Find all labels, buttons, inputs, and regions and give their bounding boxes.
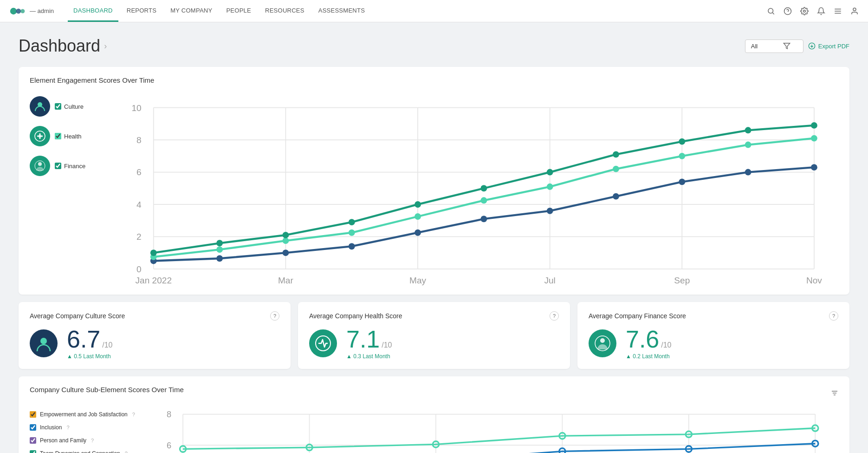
health-checkbox[interactable] (55, 133, 61, 139)
engagement-chart-card: Element Engagement Scores Over Time Cult… (19, 67, 849, 295)
svg-point-45 (216, 255, 223, 262)
svg-point-54 (811, 164, 817, 171)
health-icon (33, 130, 46, 143)
svg-point-57 (282, 237, 289, 244)
svg-text:Nov: Nov (806, 276, 822, 285)
svg-point-17 (38, 134, 42, 138)
svg-text:10: 10 (132, 103, 142, 113)
svg-point-46 (282, 249, 289, 256)
team-dynamics-info-icon[interactable]: ? (125, 451, 128, 453)
culture-score-title: Average Company Culture Score (30, 312, 125, 320)
finance-score-card: Average Company Finance Score ? 7.6 /10 (577, 302, 849, 369)
finance-score-icon (589, 329, 616, 357)
finance-checkbox[interactable] (55, 163, 61, 169)
notification-icon-btn[interactable] (817, 7, 825, 15)
nav-link-dashboard[interactable]: DASHBOARD (68, 0, 118, 22)
engagement-chart-container: Culture Health (30, 92, 838, 285)
svg-point-60 (480, 197, 487, 204)
svg-point-77 (40, 338, 47, 344)
svg-point-69 (349, 219, 355, 225)
finance-info-button[interactable]: ? (829, 311, 838, 321)
brand-logo (9, 6, 26, 16)
nav-icons (767, 7, 859, 15)
filter-select[interactable]: All Last 3 months Last 6 months Last yea… (745, 39, 803, 53)
culture-info-button[interactable]: ? (270, 311, 279, 321)
culture-icon (33, 100, 46, 113)
nav-link-people[interactable]: PEOPLE (220, 0, 257, 22)
nav-link-resources[interactable]: RESOURCES (259, 0, 310, 22)
inclusion-label: Inclusion (40, 424, 62, 431)
engagement-line-chart: 0 2 4 6 8 10 Jan 2022 Mar May Jul Sep No… (113, 92, 838, 285)
health-score-svg (314, 335, 332, 352)
team-dynamics-label: Team Dynamics and Connection (40, 450, 120, 453)
legend-item-finance[interactable]: Finance (30, 156, 104, 176)
svg-point-74 (679, 138, 685, 145)
svg-point-71 (480, 185, 487, 191)
nav-link-assessments[interactable]: ASSESSMENTS (313, 0, 370, 22)
search-icon (767, 7, 775, 15)
filter-lines-icon (831, 389, 838, 397)
svg-point-1 (16, 8, 21, 13)
culture-checkbox[interactable] (55, 103, 61, 110)
culture-score-number: 6.7 (67, 326, 100, 353)
finance-score-value-block: 7.6 /10 ▲ 0.2 Last Month (626, 327, 671, 360)
svg-point-59 (415, 213, 421, 220)
nav-link-my-company[interactable]: MY COMPANY (165, 0, 218, 22)
svg-text:Jan 2022: Jan 2022 (136, 276, 172, 285)
sub-element-legend: Empowerment and Job Satisfaction ? Inclu… (30, 407, 135, 453)
sub-element-chart-title: Company Culture Sub-Element Scores Over … (30, 386, 184, 394)
svg-text:6: 6 (136, 167, 142, 177)
search-icon-btn[interactable] (767, 7, 775, 15)
person-family-label: Person and Family (40, 437, 86, 444)
legend-item-health[interactable]: Health (30, 126, 104, 146)
settings-icon-btn[interactable] (800, 7, 809, 15)
svg-point-64 (745, 142, 751, 148)
chevron-right-icon: › (104, 41, 107, 51)
finance-score-svg (594, 335, 611, 352)
sub-element-chart-header-row: Company Culture Sub-Element Scores Over … (30, 386, 838, 401)
svg-text:8: 8 (136, 135, 142, 145)
svg-text:2: 2 (136, 232, 142, 242)
legend-item-culture[interactable]: Culture (30, 96, 104, 117)
menu-icon (834, 7, 842, 15)
health-score-content: 7.1 /10 ▲ 0.3 Last Month (309, 327, 559, 360)
svg-text:6: 6 (167, 440, 171, 450)
svg-point-67 (216, 240, 223, 246)
health-score-change: ▲ 0.3 Last Month (346, 353, 392, 360)
inclusion-checkbox[interactable] (30, 424, 36, 431)
settings-icon (800, 7, 809, 15)
sub-element-filter-button[interactable] (831, 389, 838, 397)
svg-point-65 (811, 135, 817, 142)
person-family-info-icon[interactable]: ? (91, 438, 94, 443)
engagement-chart-title: Element Engagement Scores Over Time (30, 76, 838, 84)
sub-legend-inclusion: Inclusion ? (30, 424, 135, 431)
empowerment-checkbox[interactable] (30, 411, 36, 418)
svg-text:4: 4 (136, 200, 142, 210)
finance-label: Finance (64, 163, 85, 170)
inclusion-info-icon[interactable]: ? (66, 425, 69, 430)
menu-icon-btn[interactable] (834, 7, 842, 15)
svg-text:May: May (409, 276, 427, 285)
empowerment-info-icon[interactable]: ? (132, 412, 135, 417)
svg-point-7 (803, 10, 806, 12)
help-icon-btn[interactable] (784, 7, 792, 15)
svg-point-48 (415, 230, 421, 236)
culture-score-icon (30, 329, 58, 357)
nav-link-reports[interactable]: REPORTS (121, 0, 162, 22)
health-info-button[interactable]: ? (550, 311, 559, 321)
finance-score-number: 7.6 (626, 326, 659, 353)
person-family-checkbox[interactable] (30, 437, 36, 444)
finance-score-title: Average Company Finance Score (589, 312, 686, 320)
user-icon-btn[interactable] (850, 7, 859, 15)
health-score-denom: /10 (382, 341, 392, 349)
svg-point-47 (349, 243, 355, 249)
svg-point-18 (38, 162, 42, 166)
team-dynamics-checkbox[interactable] (30, 450, 36, 453)
svg-text:Jul: Jul (544, 276, 555, 285)
health-label: Health (64, 133, 82, 140)
sub-legend-empowerment: Empowerment and Job Satisfaction ? (30, 411, 135, 418)
page-header: Dashboard › All Last 3 months Last 6 mon… (19, 36, 849, 56)
svg-point-68 (282, 232, 289, 238)
export-pdf-button[interactable]: Export PDF (808, 42, 849, 50)
health-score-card: Average Company Health Score ? 7.1 /10 ▲… (298, 302, 570, 369)
